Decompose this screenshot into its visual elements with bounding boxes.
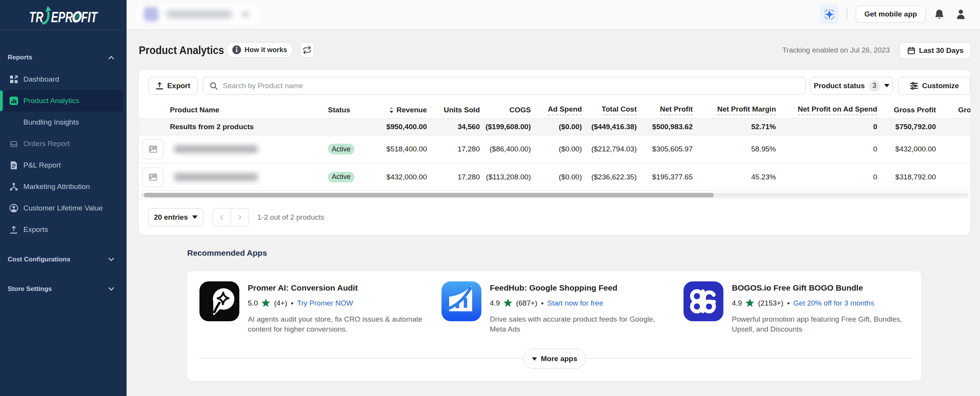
svg-text:TR: TR <box>29 9 43 25</box>
svg-text:EPR: EPR <box>51 9 73 25</box>
svg-text:FIT: FIT <box>81 9 98 25</box>
